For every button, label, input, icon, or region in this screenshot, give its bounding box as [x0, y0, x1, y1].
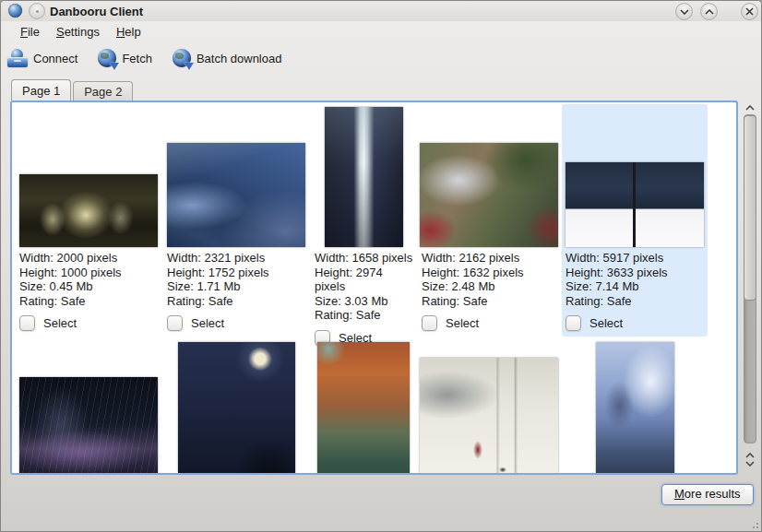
select-checkbox[interactable] [566, 315, 581, 331]
close-button[interactable] [741, 3, 758, 20]
pin-button[interactable] [29, 3, 45, 19]
post-width: Width: 2321 pixels [167, 251, 309, 266]
post-thumbnail[interactable] [566, 162, 704, 247]
post-size: Size: 3.03 Mb [315, 294, 416, 309]
scroll-up-button[interactable] [741, 100, 759, 114]
select-checkbox[interactable] [167, 315, 183, 331]
post-rating: Rating: Safe [422, 294, 560, 309]
menu-file[interactable]: File [12, 21, 48, 43]
post-rating: Rating: Safe [566, 294, 708, 309]
maximize-button[interactable] [700, 3, 718, 20]
post-rating: Rating: Safe [167, 294, 309, 309]
more-results-button[interactable]: More results [661, 484, 754, 505]
batch-download-button[interactable]: Batch download [173, 49, 282, 67]
chevron-down-icon [680, 9, 689, 15]
post-card [562, 339, 708, 475]
post-card-highlighted: Width: 5917 pixels Height: 3633 pixels S… [562, 104, 708, 337]
post-thumbnail[interactable] [19, 377, 158, 475]
post-height: Height: 1000 pixels [19, 266, 161, 280]
select-label: Select [589, 316, 623, 330]
post-height: Height: 1632 pixels [422, 266, 560, 280]
post-width: Width: 1658 pixels [315, 251, 416, 266]
post-height: Height: 2974 pixels [315, 266, 416, 294]
post-rating: Rating: Safe [19, 294, 161, 309]
post-thumbnail[interactable] [178, 342, 295, 475]
connect-label: Connect [33, 52, 77, 65]
vertical-scrollbar [741, 100, 759, 475]
minimize-button[interactable] [675, 3, 693, 20]
scroll-down-button[interactable] [745, 461, 755, 467]
resize-grip[interactable] [752, 522, 759, 529]
select-checkbox[interactable] [19, 315, 35, 331]
menu-help[interactable]: Help [108, 21, 149, 43]
danbooru-client-window: Danbooru Client File Settings Help Conne… [0, 0, 762, 532]
select-label: Select [191, 316, 224, 330]
post-card [163, 339, 309, 475]
post-card [16, 339, 161, 475]
fetch-button[interactable]: Fetch [98, 49, 152, 67]
post-thumbnail[interactable] [317, 342, 410, 475]
post-thumbnail[interactable] [19, 174, 158, 247]
results-scroll-area: Width: 2000 pixels Height: 1000 pixels S… [10, 100, 738, 475]
window-title: Danbooru Client [50, 5, 143, 18]
select-checkbox[interactable] [422, 315, 437, 331]
close-icon [745, 7, 754, 16]
post-width: Width: 5917 pixels [566, 251, 708, 266]
post-card: Width: 1658 pixels Height: 2974 pixels S… [311, 104, 416, 337]
scrollbar-thumb[interactable] [744, 115, 756, 301]
connect-icon [7, 49, 28, 67]
app-globe-icon[interactable] [8, 4, 22, 18]
globe-download-icon [98, 49, 116, 67]
post-thumbnail[interactable] [325, 107, 403, 247]
post-size: Size: 1.71 Mb [167, 279, 309, 294]
post-card: Width: 2162 pixels Height: 1632 pixels S… [418, 104, 560, 337]
menu-settings[interactable]: Settings [48, 21, 108, 43]
post-card [311, 339, 416, 475]
menubar: File Settings Help [1, 21, 761, 43]
connect-button[interactable]: Connect [7, 49, 77, 67]
tab-page-2[interactable]: Page 2 [73, 81, 133, 100]
tabbar: Page 1 Page 2 [11, 79, 133, 100]
select-label: Select [43, 316, 77, 330]
post-rating: Rating: Safe [315, 308, 416, 323]
post-thumbnail[interactable] [420, 143, 558, 247]
post-card: Width: 2321 pixels Height: 1752 pixels S… [163, 104, 309, 337]
globe-download-icon [173, 49, 191, 67]
post-width: Width: 2000 pixels [19, 251, 161, 266]
post-size: Size: 7.14 Mb [566, 279, 708, 294]
toolbar: Connect Fetch Batch download [1, 43, 761, 73]
scroll-up-button[interactable] [745, 453, 755, 458]
post-card [418, 339, 560, 475]
post-thumbnail[interactable] [167, 143, 305, 247]
tab-page-1[interactable]: Page 1 [11, 79, 71, 100]
fetch-label: Fetch [122, 52, 152, 65]
thumbnail-grid: Width: 2000 pixels Height: 1000 pixels S… [12, 102, 736, 473]
post-card: Width: 2000 pixels Height: 1000 pixels S… [16, 104, 161, 337]
chevron-up-icon [745, 105, 755, 111]
post-height: Height: 3633 pixels [566, 266, 708, 280]
post-size: Size: 2.48 Mb [422, 279, 560, 294]
scrollbar-track[interactable] [744, 114, 756, 443]
post-size: Size: 0.45 Mb [19, 279, 161, 294]
batch-download-label: Batch download [196, 52, 282, 65]
post-height: Height: 1752 pixels [167, 266, 309, 280]
post-width: Width: 2162 pixels [422, 251, 560, 266]
titlebar[interactable]: Danbooru Client [1, 1, 761, 21]
select-label: Select [446, 316, 479, 330]
chevron-up-icon [705, 9, 714, 15]
post-thumbnail[interactable] [596, 342, 674, 475]
post-thumbnail[interactable] [420, 358, 558, 475]
